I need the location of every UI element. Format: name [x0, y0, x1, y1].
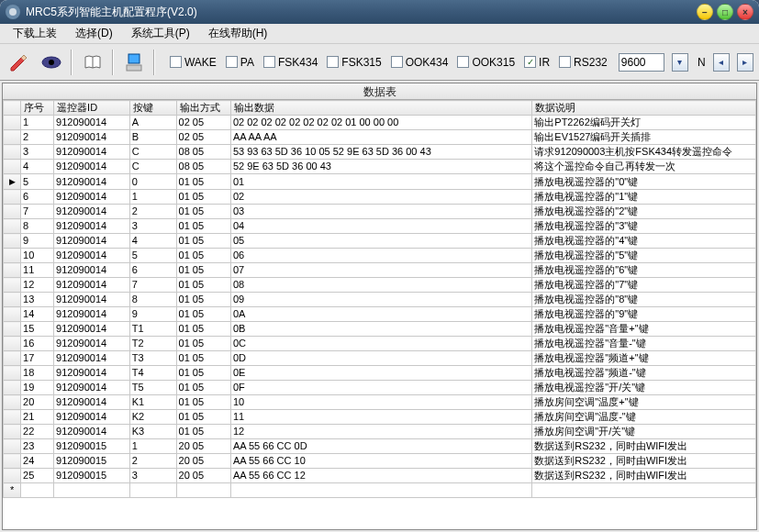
cell-key[interactable]: T4	[129, 366, 176, 381]
cell-out[interactable]: 52 9E 63 5D 36 00 43	[230, 160, 531, 174]
cell-id[interactable]: 912090015	[54, 454, 130, 469]
cell-mode[interactable]: 08 05	[176, 160, 230, 174]
cell-empty[interactable]	[176, 483, 230, 498]
row-header[interactable]	[4, 205, 21, 219]
cell-desc[interactable]: 播放电视遥控器的"6"键	[532, 263, 756, 278]
cell-mode[interactable]: 01 05	[176, 351, 230, 366]
row-header[interactable]	[4, 337, 21, 351]
cell-out[interactable]: 06	[230, 249, 531, 263]
cell-seq[interactable]: 16	[21, 337, 54, 351]
cell-seq[interactable]: 17	[21, 351, 54, 366]
checkbox-box[interactable]	[170, 56, 182, 68]
checkbox-fsk434[interactable]: FSK434	[263, 56, 318, 69]
cell-mode[interactable]: 08 05	[176, 145, 230, 160]
table-row[interactable]: ▶5912090014001 0501播放电视遥控器的"0"键	[4, 174, 756, 190]
cell-desc[interactable]: 播放房间空调"开/关"键	[532, 425, 756, 439]
checkbox-box[interactable]	[559, 56, 571, 68]
cell-mode[interactable]: 01 05	[176, 174, 230, 190]
table-row[interactable]: 2912090014B02 05AA AA AA输出EV1527编码开关插排	[4, 130, 756, 145]
table-row[interactable]: 8912090014301 0504播放电视遥控器的"3"键	[4, 219, 756, 234]
table-row[interactable]: 18912090014T401 050E播放电视遥控器"频道-"键	[4, 366, 756, 381]
cell-desc[interactable]: 播放电视遥控器的"5"键	[532, 249, 756, 263]
cell-id[interactable]: 912090014	[54, 425, 130, 439]
checkbox-ook434[interactable]: OOK434	[391, 56, 449, 69]
cell-mode[interactable]: 02 05	[176, 116, 230, 130]
cell-mode[interactable]: 01 05	[176, 293, 230, 307]
cell-out[interactable]: AA 55 66 CC 10	[230, 454, 531, 469]
cell-id[interactable]: 912090014	[54, 263, 130, 278]
cell-key[interactable]: C	[129, 145, 176, 160]
cell-desc[interactable]: 播放电视遥控器的"2"键	[532, 205, 756, 219]
cell-id[interactable]: 912090015	[54, 439, 130, 454]
table-row-new[interactable]: *	[4, 483, 756, 498]
cell-out[interactable]: 53 93 63 5D 36 10 05 52 9E 63 5D 36 00 4…	[230, 145, 531, 160]
row-header[interactable]	[4, 366, 21, 381]
cell-seq[interactable]: 13	[21, 293, 54, 307]
table-row[interactable]: 4912090014C08 0552 9E 63 5D 36 00 43将这个遥…	[4, 160, 756, 174]
tool-eye-icon[interactable]	[38, 48, 66, 77]
cell-desc[interactable]: 数据送到RS232，同时由WIFI发出	[532, 439, 756, 454]
cell-desc[interactable]: 播放电视遥控器的"9"键	[532, 307, 756, 322]
cell-mode[interactable]: 01 05	[176, 366, 230, 381]
cell-out[interactable]: 05	[230, 234, 531, 249]
cell-desc[interactable]: 播放电视遥控器"音量+"键	[532, 322, 756, 337]
cell-empty[interactable]	[230, 483, 531, 498]
menu-select[interactable]: 选择(D)	[66, 24, 122, 43]
cell-key[interactable]: 5	[129, 249, 176, 263]
cell-out[interactable]: 03	[230, 205, 531, 219]
menu-help[interactable]: 在线帮助(H)	[199, 24, 277, 43]
cell-desc[interactable]: 播放电视遥控器的"0"键	[532, 174, 756, 190]
cell-key[interactable]: 1	[129, 439, 176, 454]
cell-id[interactable]: 912090014	[54, 322, 130, 337]
row-header[interactable]	[4, 425, 21, 439]
cell-seq[interactable]: 12	[21, 278, 54, 293]
cell-key[interactable]: 6	[129, 263, 176, 278]
cell-desc[interactable]: 输出EV1527编码开关插排	[532, 130, 756, 145]
table-row[interactable]: 14912090014901 050A播放电视遥控器的"9"键	[4, 307, 756, 322]
cell-id[interactable]: 912090014	[54, 381, 130, 395]
cell-key[interactable]: 3	[129, 469, 176, 483]
cell-id[interactable]: 912090014	[54, 205, 130, 219]
cell-id[interactable]: 912090014	[54, 219, 130, 234]
cell-out[interactable]: 0B	[230, 322, 531, 337]
table-row[interactable]: 13912090014801 0509播放电视遥控器的"8"键	[4, 293, 756, 307]
col-out[interactable]: 输出数据	[230, 101, 531, 116]
cell-id[interactable]: 912090014	[54, 307, 130, 322]
row-header[interactable]	[4, 293, 21, 307]
minimize-button[interactable]: −	[697, 4, 713, 20]
table-row[interactable]: 25912090015320 05AA 55 66 CC 12数据送到RS232…	[4, 469, 756, 483]
row-header[interactable]: ▶	[4, 174, 21, 190]
cell-out[interactable]: 01	[230, 174, 531, 190]
cell-out[interactable]: 11	[230, 410, 531, 425]
cell-key[interactable]: 0	[129, 174, 176, 190]
cell-id[interactable]: 912090014	[54, 130, 130, 145]
close-button[interactable]: ×	[737, 4, 753, 20]
checkbox-box[interactable]	[457, 56, 469, 68]
cell-desc[interactable]: 播放房间空调"温度+"键	[532, 395, 756, 410]
table-row[interactable]: 12912090014701 0508播放电视遥控器的"7"键	[4, 278, 756, 293]
cell-seq[interactable]: 20	[21, 395, 54, 410]
cell-key[interactable]: T1	[129, 322, 176, 337]
baud-input[interactable]	[619, 53, 664, 72]
cell-out[interactable]: 02 02 02 02 02 02 02 02 01 00 00 00	[230, 116, 531, 130]
cell-empty[interactable]	[54, 483, 130, 498]
cell-seq[interactable]: 14	[21, 307, 54, 322]
cell-desc[interactable]: 请求912090003主机按FSK434转发遥控命令	[532, 145, 756, 160]
cell-mode[interactable]: 20 05	[176, 439, 230, 454]
table-row[interactable]: 16912090014T201 050C播放电视遥控器"音量-"键	[4, 337, 756, 351]
row-header[interactable]	[4, 278, 21, 293]
cell-seq[interactable]: 3	[21, 145, 54, 160]
cell-mode[interactable]: 01 05	[176, 249, 230, 263]
tool-pen-icon[interactable]	[6, 48, 34, 77]
checkbox-box[interactable]	[524, 56, 536, 68]
cell-seq[interactable]: 18	[21, 366, 54, 381]
cell-mode[interactable]: 20 05	[176, 469, 230, 483]
table-row[interactable]: 21912090014K201 0511播放房间空调"温度-"键	[4, 410, 756, 425]
data-table[interactable]: 序号 遥控器ID 按键 输出方式 输出数据 数据说明 1912090014A02…	[3, 100, 756, 498]
nav-next-button[interactable]: ▸	[737, 53, 753, 72]
cell-out[interactable]: 0A	[230, 307, 531, 322]
cell-out[interactable]: 02	[230, 190, 531, 205]
cell-key[interactable]: 9	[129, 307, 176, 322]
cell-desc[interactable]: 数据送到RS232，同时由WIFI发出	[532, 454, 756, 469]
row-header[interactable]	[4, 234, 21, 249]
